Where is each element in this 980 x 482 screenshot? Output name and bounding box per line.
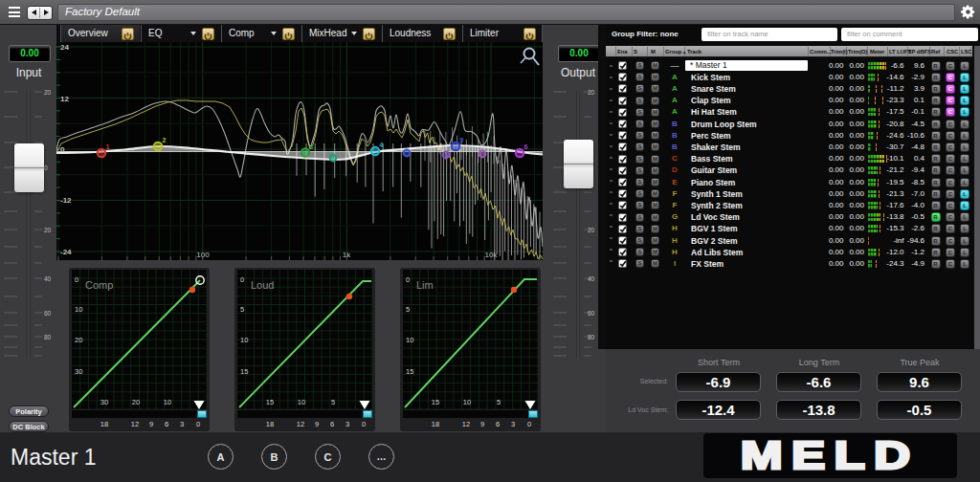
svg-text:10: 10 [463, 398, 471, 406]
svg-text:20: 20 [75, 336, 82, 344]
svg-text:80: 80 [588, 334, 595, 340]
svg-text:0: 0 [75, 275, 78, 284]
svg-text:10: 10 [164, 398, 171, 406]
svg-text:Lim: Lim [416, 279, 434, 291]
svg-text:15: 15 [432, 398, 439, 406]
svg-text:MELD: MELD [741, 434, 920, 476]
svg-text:24: 24 [60, 43, 69, 52]
svg-text:30: 30 [100, 398, 108, 406]
svg-text:1: 1 [106, 143, 110, 150]
svg-text:0: 0 [240, 275, 244, 284]
svg-text:10: 10 [240, 336, 248, 344]
svg-text:1k: 1k [343, 251, 351, 259]
svg-text:15: 15 [240, 367, 248, 376]
svg-text:5: 5 [331, 398, 335, 406]
svg-text:20: 20 [588, 227, 595, 233]
svg-text:10: 10 [406, 336, 413, 344]
svg-text:60: 60 [44, 310, 52, 317]
svg-text:10k: 10k [485, 251, 499, 259]
svg-text:5: 5 [460, 137, 464, 143]
svg-text:5: 5 [406, 305, 410, 314]
svg-text:6: 6 [524, 143, 528, 150]
svg-text:40: 40 [588, 275, 595, 282]
svg-text:5: 5 [240, 305, 244, 314]
svg-text:20: 20 [588, 89, 595, 96]
svg-text:5: 5 [497, 398, 501, 406]
svg-text:0: 0 [406, 275, 410, 284]
svg-text:0: 0 [44, 164, 48, 171]
svg-text:20: 20 [44, 89, 52, 96]
svg-text:80: 80 [44, 334, 52, 340]
svg-text:20: 20 [44, 227, 52, 233]
svg-text:10: 10 [298, 398, 305, 406]
svg-text:3: 3 [310, 143, 314, 150]
svg-text:40: 40 [44, 275, 52, 282]
svg-text:2: 2 [163, 137, 167, 143]
svg-text:10: 10 [75, 305, 82, 314]
svg-text:20: 20 [132, 398, 140, 406]
svg-text:15: 15 [406, 367, 413, 376]
svg-text:60: 60 [588, 310, 595, 317]
svg-text:15: 15 [266, 398, 274, 406]
svg-text:Comp: Comp [85, 279, 113, 291]
svg-text:4: 4 [380, 142, 384, 148]
svg-text:100: 100 [196, 251, 210, 259]
svg-text:30: 30 [75, 367, 82, 376]
svg-text:Loud: Loud [251, 279, 274, 291]
